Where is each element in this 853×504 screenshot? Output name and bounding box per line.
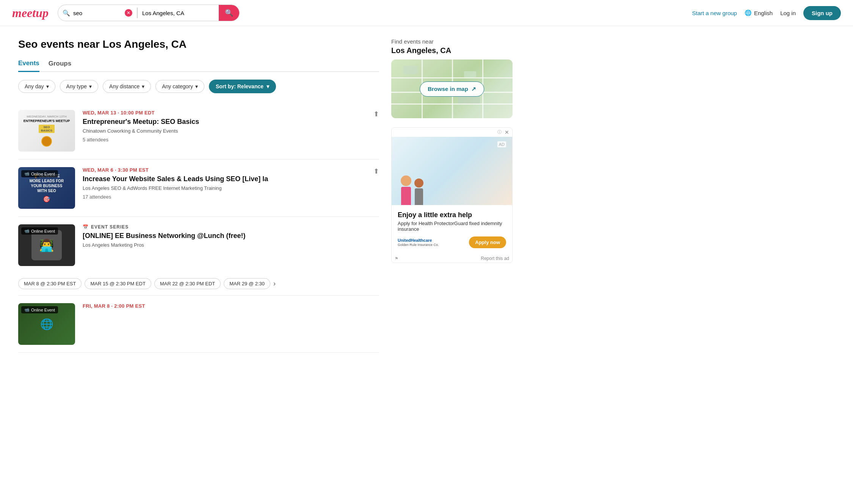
content-area: Seo events near Los Angeles, CA Events G…: [18, 38, 379, 353]
event-title: [ONLINE] EE Business Networking @Lunch (…: [83, 232, 379, 240]
event-series-card[interactable]: 👨‍💻 📹 Online Event 📅 EVENT SERIES: [18, 217, 379, 296]
language-button[interactable]: 🌐 English: [745, 9, 773, 16]
event-card[interactable]: 🌐 📹 Online Event FRI, MAR 8 · 2:00 PM ES…: [18, 296, 379, 353]
close-ad-icon[interactable]: ✕: [505, 129, 509, 135]
find-events-location: Los Angeles, CA: [391, 46, 513, 55]
find-events-box: Find events near Los Angeles, CA: [391, 38, 513, 118]
main-content: Seo events near Los Angeles, CA Events G…: [0, 26, 531, 365]
series-icon: 📅: [83, 224, 89, 230]
event-date: WED, MAR 13 · 10:00 PM EDT: [83, 110, 366, 116]
arrow-icon: ↗: [471, 86, 476, 92]
tab-events[interactable]: Events: [18, 59, 39, 72]
event-date: FRI, MAR 8 · 2:00 PM EST: [83, 303, 379, 309]
date-chip[interactable]: MAR 29 @ 2:30: [224, 278, 270, 289]
event-attendees: 5 attendees: [83, 137, 366, 142]
clear-search-button[interactable]: ✕: [125, 9, 132, 17]
event-card-inner: 👨‍💻 📹 Online Event 📅 EVENT SERIES: [18, 217, 379, 274]
advertisement: ⓘ ✕ AD Enjoy a little ext: [391, 127, 513, 263]
location-input[interactable]: [138, 10, 219, 16]
filter-day[interactable]: Any day ▾: [18, 80, 55, 93]
filter-distance[interactable]: Any distance ▾: [103, 80, 151, 93]
ad-title: Enjoy a little extra help: [398, 211, 506, 219]
browse-map-label: Browse in map: [428, 86, 468, 92]
share-icon[interactable]: ⬆: [373, 110, 379, 118]
search-query-area: 🔍 ✕: [58, 9, 137, 17]
search-submit-icon: 🔍: [225, 9, 233, 17]
event-card[interactable]: 🏆 GENERATEMORE LEADS FORYOUR BUSINESSWIT…: [18, 160, 379, 217]
login-button[interactable]: Log in: [780, 10, 796, 16]
ad-image-area: AD: [392, 137, 512, 205]
language-label: English: [754, 10, 773, 16]
online-badge: 📹 Online Event: [21, 227, 58, 235]
more-dates-button[interactable]: ›: [273, 280, 276, 288]
online-badge: 📹 Online Event: [21, 306, 58, 313]
ad-content: Enjoy a little extra help Apply for Heal…: [392, 205, 512, 254]
ad-header: ⓘ ✕: [392, 128, 512, 137]
filter-category[interactable]: Any category ▾: [155, 80, 204, 93]
filter-type[interactable]: Any type ▾: [60, 80, 98, 93]
event-image: 👨‍💻 📹 Online Event: [18, 224, 75, 266]
uh-logo: UnitedHealthcare Golden Rule Insurance C…: [398, 238, 439, 247]
search-icon: 🔍: [63, 9, 70, 17]
logo[interactable]: meetup: [12, 6, 49, 20]
chevron-down-icon: ▾: [142, 83, 144, 89]
video-icon: 📹: [24, 229, 30, 233]
page-title: Seo events near Los Angeles, CA: [18, 38, 379, 50]
event-actions: ⬆: [373, 110, 379, 118]
sort-button[interactable]: Sort by: Relevance ▾: [209, 80, 276, 93]
search-input[interactable]: [73, 10, 122, 16]
map-container: Browse in map ↗: [391, 59, 513, 118]
event-attendees: 17 attendees: [83, 194, 366, 200]
filter-category-label: Any category: [162, 83, 193, 89]
online-badge: 📹 Online Event: [21, 170, 58, 177]
tab-groups[interactable]: Groups: [49, 59, 71, 71]
chevron-down-icon: ▾: [195, 83, 198, 89]
video-icon: 📹: [24, 307, 30, 312]
person-figure: [401, 175, 411, 205]
tabs: Events Groups: [18, 59, 379, 72]
event-title: Increase Your Website Sales & Leads Usin…: [83, 175, 366, 183]
sidebar: Find events near Los Angeles, CA: [391, 38, 513, 353]
ad-trident-icon: ⚑: [395, 256, 398, 261]
event-info: WED, MAR 13 · 10:00 PM EDT Entrepreneur'…: [83, 110, 366, 142]
event-dates-row: MAR 8 @ 2:30 PM EST MAR 15 @ 2:30 PM EDT…: [18, 274, 379, 295]
header: meetup 🔍 ✕ 🔍 Start a new group 🌐 English…: [0, 0, 853, 26]
person-figure: [414, 178, 423, 205]
report-ad-link[interactable]: Report this ad: [481, 256, 509, 261]
ad-footer: UnitedHealthcare Golden Rule Insurance C…: [398, 236, 506, 248]
globe-icon: 🌐: [745, 9, 752, 16]
event-info: 📅 EVENT SERIES [ONLINE] EE Business Netw…: [83, 224, 379, 251]
event-image: wednesday, march 13th entrepreneur's mee…: [18, 110, 75, 152]
browse-map-button[interactable]: Browse in map ↗: [420, 81, 484, 97]
event-group: Los Angeles Marketing Pros: [83, 242, 379, 248]
ad-subtitle: Apply for Health ProtectorGuard fixed in…: [398, 221, 506, 232]
ad-info-icon[interactable]: ⓘ: [497, 129, 502, 135]
sort-label: Sort by: Relevance: [216, 83, 263, 89]
event-actions: ⬆: [373, 167, 379, 175]
video-icon: 📹: [24, 171, 30, 176]
event-series-badge: 📅 EVENT SERIES: [83, 224, 379, 230]
find-events-label: Find events near: [391, 38, 513, 45]
chevron-down-icon: ▾: [46, 83, 49, 89]
filters: Any day ▾ Any type ▾ Any distance ▾ Any …: [18, 80, 379, 93]
event-card[interactable]: wednesday, march 13th entrepreneur's mee…: [18, 102, 379, 160]
start-group-link[interactable]: Start a new group: [692, 10, 737, 16]
header-right: Start a new group 🌐 English Log in Sign …: [692, 6, 841, 20]
signup-button[interactable]: Sign up: [803, 6, 841, 20]
chevron-down-icon: ▾: [89, 83, 92, 89]
event-date: WED, MAR 6 · 3:30 PM EST: [83, 167, 366, 173]
event-group: Chinatown Coworking & Community Events: [83, 128, 366, 134]
event-image: 🌐 📹 Online Event: [18, 303, 75, 345]
search-submit-button[interactable]: 🔍: [219, 5, 239, 21]
event-group: Los Angeles SEO & AdWords FREE Internet …: [83, 185, 366, 191]
date-chip[interactable]: MAR 8 @ 2:30 PM EST: [18, 278, 82, 289]
share-icon[interactable]: ⬆: [373, 167, 379, 175]
event-image: 🏆 GENERATEMORE LEADS FORYOUR BUSINESSWIT…: [18, 167, 75, 209]
date-chip[interactable]: MAR 15 @ 2:30 PM EDT: [85, 278, 151, 289]
filter-type-label: Any type: [66, 83, 87, 89]
event-info: WED, MAR 6 · 3:30 PM EST Increase Your W…: [83, 167, 366, 200]
apply-now-button[interactable]: Apply now: [469, 236, 506, 248]
search-bar: 🔍 ✕ 🔍: [58, 5, 240, 21]
chevron-down-icon: ▾: [267, 83, 269, 89]
date-chip[interactable]: MAR 22 @ 2:30 PM EDT: [154, 278, 221, 289]
